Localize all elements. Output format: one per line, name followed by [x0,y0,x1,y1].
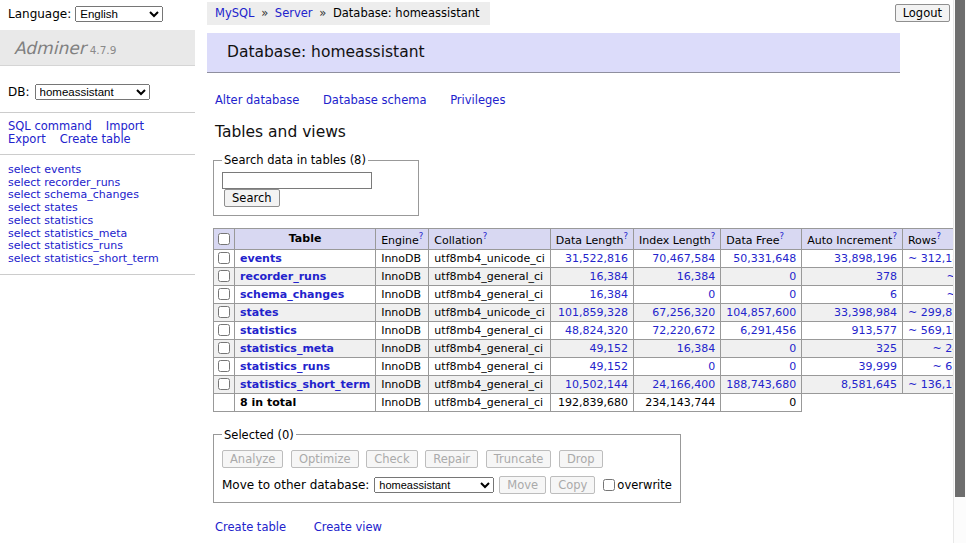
index-length-cell: 16,384 [634,339,721,357]
create-links: Create table Create view [215,520,907,534]
sql-command-link[interactable]: SQL command [8,119,92,133]
db-label: DB: [8,85,30,99]
help-icon[interactable]: ? [711,231,716,241]
table-row-statistics-runs: statistics_runs InnoDB utf8mb4_general_c… [214,357,966,375]
database-schema-link[interactable]: Database schema [323,93,426,107]
selected-fieldset: Selected (0) Analyze Optimize Check Repa… [213,428,681,503]
data-free-cell: 0 [721,393,802,411]
index-length-cell: 234,143,744 [634,393,721,411]
drop-button[interactable]: Drop [559,450,603,468]
data-free-cell: 104,857,600 [721,303,802,321]
column-header-auto-increment: Auto Increment [807,234,892,247]
optimize-button[interactable]: Optimize [291,450,359,468]
table-total-row: 8 in total InnoDB utf8mb4_general_ci 192… [214,393,966,411]
breadcrumb-server-link[interactable]: Server [275,6,313,20]
select-all-checkbox[interactable] [218,233,230,245]
auto-increment-cell: 33,398,984 [802,303,903,321]
sidebar-item-select-events[interactable]: select events [8,164,187,177]
db-select[interactable]: homeassistant [35,84,150,100]
create-view-link[interactable]: Create view [314,520,382,534]
collation-cell: utf8mb4_unicode_ci [429,303,550,321]
table-link-recorder-runs[interactable]: recorder_runs [240,270,326,283]
move-button[interactable]: Move [499,476,546,494]
check-button[interactable]: Check [366,450,417,468]
language-select[interactable]: English [75,6,163,22]
repair-button[interactable]: Repair [425,450,478,468]
index-length-cell: 0 [634,357,721,375]
table-row-statistics-meta: statistics_meta InnoDB utf8mb4_general_c… [214,339,966,357]
help-icon[interactable]: ? [892,231,897,241]
help-icon[interactable]: ? [419,231,424,241]
help-icon[interactable]: ? [483,231,488,241]
copy-button[interactable]: Copy [550,476,595,494]
db-selector-row: DB:homeassistant [0,66,195,113]
table-link-statistics[interactable]: statistics [240,324,297,337]
row-checkbox[interactable] [218,252,230,264]
engine-cell: InnoDB [376,393,429,411]
language-bar: Language:English [0,0,195,30]
total-label: 8 in total [235,393,376,411]
row-checkbox[interactable] [218,378,230,390]
search-input[interactable] [222,172,372,189]
main-content: MySQL » Server » Database: homeassistant… [207,0,907,543]
import-link[interactable]: Import [106,119,144,133]
sidebar-item-select-statistics-short-term[interactable]: select statistics_short_term [8,253,187,266]
row-checkbox[interactable] [218,324,230,336]
logout-button[interactable]: Logout [895,4,950,22]
breadcrumb-mysql-link[interactable]: MySQL [215,6,255,20]
auto-increment-cell: 39,999 [802,357,903,375]
sidebar-item-select-statistics[interactable]: select statistics [8,215,187,228]
row-checkbox[interactable] [218,288,230,300]
help-icon[interactable]: ? [779,231,784,241]
auto-increment-cell: 6 [802,285,903,303]
column-header-data-free: Data Free [726,234,779,247]
table-row-recorder-runs: recorder_runs InnoDB utf8mb4_general_ci … [214,267,966,285]
collation-cell: utf8mb4_general_ci [429,357,550,375]
data-free-cell: 0 [721,267,802,285]
create-table-link-sidebar[interactable]: Create table [60,132,131,146]
page-title: Database: homeassistant [207,33,900,73]
sidebar-item-select-states[interactable]: select states [8,202,187,215]
search-button[interactable]: Search [224,189,280,207]
column-header-table: Table [289,232,322,245]
analyze-button[interactable]: Analyze [222,450,283,468]
alter-database-link[interactable]: Alter database [215,93,299,107]
row-checkbox[interactable] [218,270,230,282]
privileges-link[interactable]: Privileges [450,93,505,107]
column-header-rows: Rows [908,234,937,247]
selected-buttons-row: Analyze Optimize Check Repair Truncate D… [222,450,672,468]
data-length-cell: 10,502,144 [550,375,633,393]
table-link-statistics-runs[interactable]: statistics_runs [240,360,330,373]
truncate-button[interactable]: Truncate [486,450,552,468]
index-length-cell: 16,384 [634,267,721,285]
search-legend: Search data in tables (8) [222,153,368,167]
engine-cell: InnoDB [376,357,429,375]
export-link[interactable]: Export [8,132,46,146]
scrollbar-thumb[interactable] [955,0,965,497]
table-link-statistics-short-term[interactable]: statistics_short_term [240,378,370,391]
help-icon[interactable]: ? [624,231,629,241]
table-row-schema-changes: schema_changes InnoDB utf8mb4_general_ci… [214,285,966,303]
create-table-link[interactable]: Create table [215,520,286,534]
overwrite-checkbox[interactable] [603,479,615,491]
index-length-cell: 70,467,584 [634,249,721,267]
row-checkbox[interactable] [218,342,230,354]
collation-cell: utf8mb4_unicode_ci [429,249,550,267]
table-header-row: Table Engine? Collation? Data Length? In… [214,229,966,250]
move-row: Move to other database:homeassistantMove… [222,476,672,494]
scrollbar-track[interactable] [953,0,966,543]
brand-bar: Adminer4.7.9 [0,30,195,66]
table-link-statistics-meta[interactable]: statistics_meta [240,342,334,355]
data-free-cell: 0 [721,339,802,357]
row-checkbox[interactable] [218,306,230,318]
help-icon[interactable]: ? [937,231,942,241]
row-checkbox[interactable] [218,360,230,372]
data-length-cell: 192,839,680 [550,393,633,411]
breadcrumb-separator: » [319,6,326,20]
sidebar: Language:English Adminer4.7.9 DB:homeass… [0,0,195,275]
move-db-select[interactable]: homeassistant [374,477,494,493]
table-link-schema-changes[interactable]: schema_changes [240,288,344,301]
table-link-states[interactable]: states [240,306,279,319]
engine-cell: InnoDB [376,267,429,285]
table-link-events[interactable]: events [240,252,282,265]
